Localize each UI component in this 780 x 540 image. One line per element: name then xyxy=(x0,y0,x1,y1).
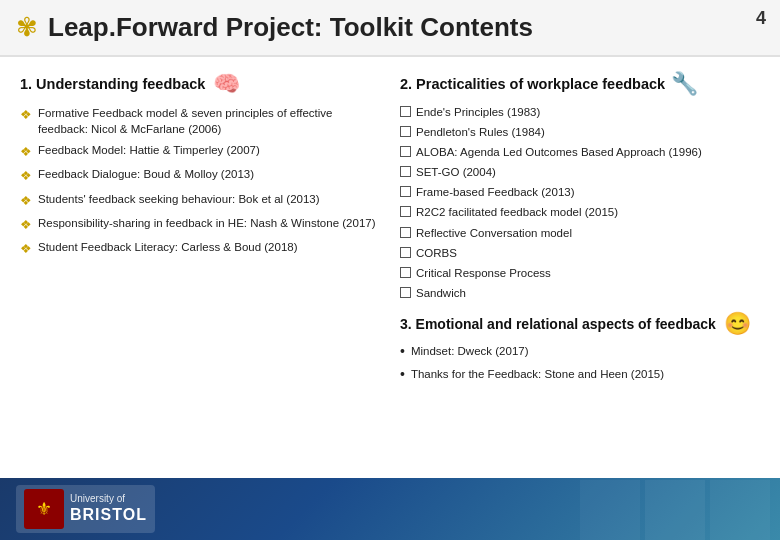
list-item-text: Frame-based Feedback (2013) xyxy=(416,184,575,200)
bullet-icon: ❖ xyxy=(20,167,32,185)
footer-text: University of BRISTOL xyxy=(70,493,147,524)
list-item: SET-GO (2004) xyxy=(400,164,760,180)
list-item-text: Critical Response Process xyxy=(416,265,551,281)
bullet-icon: ❖ xyxy=(20,216,32,234)
list-item-text: Feedback Model: Hattie & Timperley (2007… xyxy=(38,142,260,158)
checkbox-icon xyxy=(400,247,411,258)
checkbox-icon xyxy=(400,146,411,157)
footer: ⚜ University of BRISTOL xyxy=(0,478,780,540)
list-item-text: Feedback Dialogue: Boud & Molloy (2013) xyxy=(38,166,254,182)
checkbox-icon xyxy=(400,126,411,137)
list-item-text: Mindset: Dweck (2017) xyxy=(411,343,529,359)
page-title: Leap.Forward Project: Toolkit Contents xyxy=(48,12,533,43)
page-number: 4 xyxy=(756,8,766,29)
checkbox-icon xyxy=(400,206,411,217)
list-item: Frame-based Feedback (2013) xyxy=(400,184,760,200)
right-column: 2. Practicalities of workplace feedback … xyxy=(400,71,760,467)
section2-label: 2. Practicalities of workplace feedback xyxy=(400,76,665,92)
page-header: ✾ Leap.Forward Project: Toolkit Contents xyxy=(0,0,780,57)
checkbox-icon xyxy=(400,186,411,197)
footer-logo-box: ⚜ University of BRISTOL xyxy=(16,485,155,533)
bullet-icon: ❖ xyxy=(20,106,32,124)
list-item-text: Student Feedback Literacy: Carless & Bou… xyxy=(38,239,298,255)
list-item-text: Students' feedback seeking behaviour: Bo… xyxy=(38,191,320,207)
section3-label: 3. Emotional and relational aspects of f… xyxy=(400,316,716,332)
list-item: ❖ Feedback Model: Hattie & Timperley (20… xyxy=(20,142,380,161)
dot-icon: • xyxy=(400,365,405,385)
section1-title: 1. Understanding feedback 🧠 xyxy=(20,71,380,97)
list-item-text: ALOBA: Agenda Led Outcomes Based Approac… xyxy=(416,144,702,160)
list-item-text: Sandwich xyxy=(416,285,466,301)
university-name: BRISTOL xyxy=(70,505,147,524)
checkbox-icon xyxy=(400,267,411,278)
list-item: ❖ Students' feedback seeking behaviour: … xyxy=(20,191,380,210)
section2-list: Ende's Principles (1983) Pendleton's Rul… xyxy=(400,104,760,301)
checkbox-icon xyxy=(400,106,411,117)
bullet-icon: ❖ xyxy=(20,143,32,161)
checkbox-icon xyxy=(400,166,411,177)
list-item: ❖ Student Feedback Literacy: Carless & B… xyxy=(20,239,380,258)
footer-decoration xyxy=(580,478,780,540)
dot-icon: • xyxy=(400,342,405,362)
list-item: ❖ Formative Feedback model & seven princ… xyxy=(20,105,380,137)
brain-icon: 🧠 xyxy=(213,71,240,97)
bullet-icon: ❖ xyxy=(20,192,32,210)
list-item-text: SET-GO (2004) xyxy=(416,164,496,180)
section2-header: 2. Practicalities of workplace feedback … xyxy=(400,71,760,97)
section3-list: • Mindset: Dweck (2017) • Thanks for the… xyxy=(400,343,760,384)
bullet-icon: ❖ xyxy=(20,240,32,258)
checkbox-icon xyxy=(400,287,411,298)
university-label: University of xyxy=(70,493,147,505)
left-column: 1. Understanding feedback 🧠 ❖ Formative … xyxy=(20,71,380,467)
list-item: ❖ Responsibility-sharing in feedback in … xyxy=(20,215,380,234)
list-item: Reflective Conversation model xyxy=(400,225,760,241)
list-item: ❖ Feedback Dialogue: Boud & Molloy (2013… xyxy=(20,166,380,185)
list-item: Critical Response Process xyxy=(400,265,760,281)
list-item-text: CORBS xyxy=(416,245,457,261)
tools-icon: 🔧 xyxy=(671,71,698,97)
list-item-text: Thanks for the Feedback: Stone and Heen … xyxy=(411,366,664,382)
header-icon: ✾ xyxy=(16,12,38,43)
university-emblem: ⚜ xyxy=(24,489,64,529)
checkbox-icon xyxy=(400,227,411,238)
list-item: • Mindset: Dweck (2017) xyxy=(400,343,760,362)
section2-title: 2. Practicalities of workplace feedback xyxy=(400,76,665,92)
list-item: • Thanks for the Feedback: Stone and Hee… xyxy=(400,366,760,385)
list-item: Pendleton's Rules (1984) xyxy=(400,124,760,140)
list-item-text: Ende's Principles (1983) xyxy=(416,104,540,120)
section3-title: 3. Emotional and relational aspects of f… xyxy=(400,311,760,337)
smiley-icon: 😊 xyxy=(724,311,751,337)
list-item-text: Reflective Conversation model xyxy=(416,225,572,241)
list-item-text: Responsibility-sharing in feedback in HE… xyxy=(38,215,376,231)
section1-list: ❖ Formative Feedback model & seven princ… xyxy=(20,105,380,258)
list-item: Sandwich xyxy=(400,285,760,301)
list-item: Ende's Principles (1983) xyxy=(400,104,760,120)
list-item-text: Formative Feedback model & seven princip… xyxy=(38,105,380,137)
section1-label: 1. Understanding feedback xyxy=(20,76,205,92)
list-item-text: R2C2 facilitated feedback model (2015) xyxy=(416,204,618,220)
main-content: 1. Understanding feedback 🧠 ❖ Formative … xyxy=(0,57,780,477)
list-item-text: Pendleton's Rules (1984) xyxy=(416,124,545,140)
list-item: R2C2 facilitated feedback model (2015) xyxy=(400,204,760,220)
list-item: CORBS xyxy=(400,245,760,261)
list-item: ALOBA: Agenda Led Outcomes Based Approac… xyxy=(400,144,760,160)
